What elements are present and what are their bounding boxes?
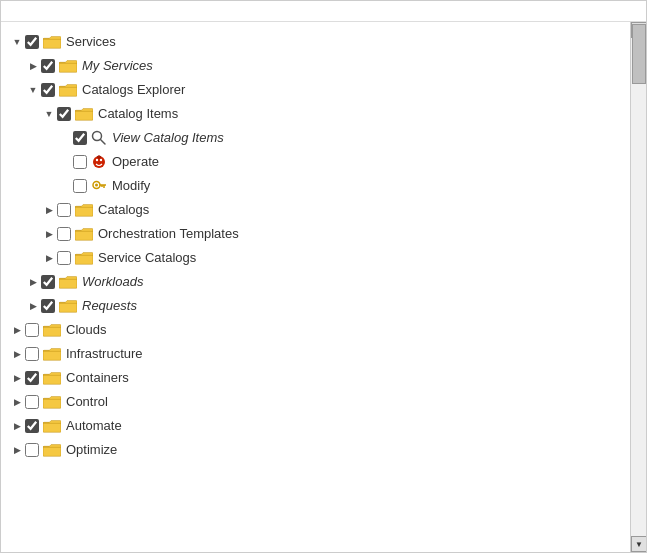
checkbox-catalog-items[interactable]	[57, 107, 71, 121]
toggle-services[interactable]: ▼	[9, 34, 25, 50]
label-control: Control	[66, 392, 108, 412]
toggle-orchestration-templates[interactable]: ▶	[41, 226, 57, 242]
svg-rect-22	[43, 326, 61, 336]
svg-rect-21	[59, 302, 77, 312]
tree-item-operate[interactable]: Operate	[1, 150, 630, 174]
folder-icon-workloads	[58, 274, 78, 290]
label-modify: Modify	[112, 176, 150, 196]
label-clouds: Clouds	[66, 320, 106, 340]
folder-icon-catalogs	[74, 202, 94, 218]
label-orchestration-templates: Orchestration Templates	[98, 224, 239, 244]
label-catalog-items: Catalog Items	[98, 104, 178, 124]
toggle-catalogs-explorer[interactable]: ▼	[25, 82, 41, 98]
folder-icon-my-services	[58, 58, 78, 74]
toggle-automate[interactable]: ▶	[9, 418, 25, 434]
tree-item-view-catalog-items[interactable]: View Catalog Items	[1, 126, 630, 150]
checkbox-services[interactable]	[25, 35, 39, 49]
tree-item-infrastructure[interactable]: ▶ Infrastructure	[1, 342, 630, 366]
toggle-control[interactable]: ▶	[9, 394, 25, 410]
tree-item-orchestration-templates[interactable]: ▶ Orchestration Templates	[1, 222, 630, 246]
checkbox-clouds[interactable]	[25, 323, 39, 337]
label-containers: Containers	[66, 368, 129, 388]
folder-icon-containers	[42, 370, 62, 386]
checkbox-modify[interactable]	[73, 179, 87, 193]
checkbox-catalogs-explorer[interactable]	[41, 83, 55, 97]
tree-item-catalogs-explorer[interactable]: ▼ Catalogs Explorer	[1, 78, 630, 102]
checkbox-requests[interactable]	[41, 299, 55, 313]
label-requests: Requests	[82, 296, 137, 316]
toggle-optimize[interactable]: ▶	[9, 442, 25, 458]
label-infrastructure: Infrastructure	[66, 344, 143, 364]
folder-icon-requests	[58, 298, 78, 314]
svg-rect-24	[43, 374, 61, 384]
label-service-catalogs: Service Catalogs	[98, 248, 196, 268]
toggle-service-catalogs[interactable]: ▶	[41, 250, 57, 266]
tree-item-requests[interactable]: ▶ Requests	[1, 294, 630, 318]
svg-rect-27	[43, 446, 61, 456]
svg-point-13	[95, 184, 98, 187]
folder-icon-services	[42, 34, 62, 50]
checkbox-control[interactable]	[25, 395, 39, 409]
toggle-infrastructure[interactable]: ▶	[9, 346, 25, 362]
tree-item-clouds[interactable]: ▶ Clouds	[1, 318, 630, 342]
svg-rect-1	[59, 62, 77, 72]
checkbox-service-catalogs[interactable]	[57, 251, 71, 265]
folder-icon-infrastructure	[42, 346, 62, 362]
folder-icon-clouds	[42, 322, 62, 338]
svg-rect-17	[75, 206, 93, 216]
label-automate: Automate	[66, 416, 122, 436]
label-services: Services	[66, 32, 116, 52]
checkbox-operate[interactable]	[73, 155, 87, 169]
checkbox-catalogs[interactable]	[57, 203, 71, 217]
folder-icon-service-catalogs	[74, 250, 94, 266]
search-icon-view-catalog-items	[90, 130, 108, 146]
checkbox-view-catalog-items[interactable]	[73, 131, 87, 145]
toggle-catalog-items[interactable]: ▼	[41, 106, 57, 122]
svg-rect-19	[75, 254, 93, 264]
tree-item-catalogs[interactable]: ▶ Catalogs	[1, 198, 630, 222]
svg-rect-23	[43, 350, 61, 360]
svg-line-5	[101, 140, 106, 145]
tree-item-automate[interactable]: ▶ Automate	[1, 414, 630, 438]
scroll-thumb[interactable]	[632, 24, 646, 84]
svg-rect-3	[75, 110, 93, 120]
svg-rect-18	[75, 230, 93, 240]
toggle-catalogs[interactable]: ▶	[41, 202, 57, 218]
svg-rect-25	[43, 398, 61, 408]
checkbox-my-services[interactable]	[41, 59, 55, 73]
tree-item-control[interactable]: ▶ Control	[1, 390, 630, 414]
toggle-workloads[interactable]: ▶	[25, 274, 41, 290]
tree-item-my-services[interactable]: ▶ My Services	[1, 54, 630, 78]
label-workloads: Workloads	[82, 272, 143, 292]
key-icon-modify	[90, 178, 108, 194]
toggle-requests[interactable]: ▶	[25, 298, 41, 314]
scrollbar[interactable]: ▲ ▼	[630, 22, 646, 552]
page-container: ▼ Services▶ My Services▼ Catalogs Explor…	[0, 0, 647, 553]
label-view-catalog-items: View Catalog Items	[112, 128, 224, 148]
label-catalogs-explorer: Catalogs Explorer	[82, 80, 185, 100]
toggle-clouds[interactable]: ▶	[9, 322, 25, 338]
svg-rect-26	[43, 422, 61, 432]
checkbox-workloads[interactable]	[41, 275, 55, 289]
toggle-my-services[interactable]: ▶	[25, 58, 41, 74]
tree-item-containers[interactable]: ▶ Containers	[1, 366, 630, 390]
tree-item-modify[interactable]: Modify	[1, 174, 630, 198]
svg-point-8	[100, 159, 102, 161]
checkbox-infrastructure[interactable]	[25, 347, 39, 361]
toggle-containers[interactable]: ▶	[9, 370, 25, 386]
folder-icon-control	[42, 394, 62, 410]
tree-item-services[interactable]: ▼ Services	[1, 30, 630, 54]
tree-item-service-catalogs[interactable]: ▶ Service Catalogs	[1, 246, 630, 270]
checkbox-optimize[interactable]	[25, 443, 39, 457]
checkbox-containers[interactable]	[25, 371, 39, 385]
checkbox-automate[interactable]	[25, 419, 39, 433]
scroll-down-arrow[interactable]: ▼	[631, 536, 646, 552]
checkbox-orchestration-templates[interactable]	[57, 227, 71, 241]
folder-icon-automate	[42, 418, 62, 434]
tree-item-catalog-items[interactable]: ▼ Catalog Items	[1, 102, 630, 126]
tree-item-optimize[interactable]: ▶ Optimize	[1, 438, 630, 462]
svg-rect-20	[59, 278, 77, 288]
tree-item-workloads[interactable]: ▶ Workloads	[1, 270, 630, 294]
label-my-services: My Services	[82, 56, 153, 76]
label-operate: Operate	[112, 152, 159, 172]
